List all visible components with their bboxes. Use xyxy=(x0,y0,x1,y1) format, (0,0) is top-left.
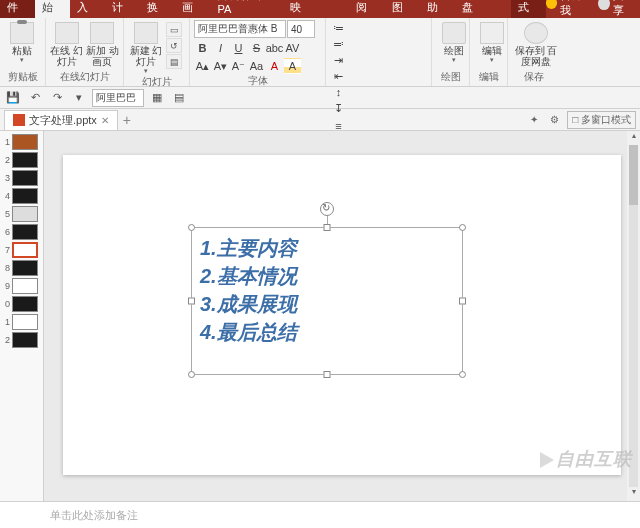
thumb[interactable] xyxy=(12,170,38,186)
resize-handle-s[interactable] xyxy=(324,371,331,378)
thumb-row[interactable]: 3 xyxy=(0,169,43,187)
resize-handle-n[interactable] xyxy=(324,224,331,231)
tab-design[interactable]: 设计 xyxy=(105,0,140,18)
thumb[interactable] xyxy=(12,134,38,150)
slide-canvas[interactable]: 1.主要内容2.基本情况3.成果展现4.最后总结 xyxy=(63,155,621,475)
tab-animation[interactable]: 动画 xyxy=(175,0,210,18)
tab-slideshow[interactable]: 幻灯片放映 xyxy=(283,0,350,18)
font-color-button[interactable]: A xyxy=(266,58,283,74)
thumb[interactable] xyxy=(12,332,38,348)
resize-handle-w[interactable] xyxy=(188,298,195,305)
thumb-row[interactable]: 9 xyxy=(0,277,43,295)
thumb-row[interactable]: 8 xyxy=(0,259,43,277)
tab-format[interactable]: 格式 xyxy=(511,0,546,18)
save-button[interactable]: 💾 xyxy=(4,90,22,106)
share-button[interactable]: 共享 xyxy=(598,0,634,18)
scroll-thumb[interactable] xyxy=(629,145,638,205)
paste-button[interactable]: 粘贴▾ xyxy=(4,20,40,64)
qat-grid-button[interactable]: ▦ xyxy=(148,90,166,106)
text-dir-button[interactable]: ↧ xyxy=(330,100,347,116)
multi-window-button[interactable]: □ 多窗口模式 xyxy=(567,111,636,129)
section-button[interactable]: ▤ xyxy=(166,54,182,69)
font-size-combo[interactable]: 40 xyxy=(287,20,315,38)
bullets-button[interactable]: ≔ xyxy=(330,20,347,36)
new-anim-button[interactable]: 新加 动画页 xyxy=(86,20,120,70)
strike-button[interactable]: S xyxy=(248,40,265,56)
thumb[interactable] xyxy=(12,314,38,330)
tab-baidu[interactable]: 百度网盘 xyxy=(455,0,511,18)
undo-button[interactable]: ↶ xyxy=(26,90,44,106)
tab-review[interactable]: 审阅 xyxy=(349,0,384,18)
thumb-row[interactable]: 1 xyxy=(0,313,43,331)
text-content[interactable]: 1.主要内容2.基本情况3.成果展现4.最后总结 xyxy=(192,228,462,352)
bold-button[interactable]: B xyxy=(194,40,211,56)
draw-button[interactable]: 绘图▾ xyxy=(436,20,472,64)
layout-button[interactable]: ▭ xyxy=(166,22,182,37)
thumb[interactable] xyxy=(12,278,38,294)
notes-pane[interactable]: 单击此处添加备注 xyxy=(0,501,640,528)
resize-handle-e[interactable] xyxy=(459,298,466,305)
tab-insert[interactable]: 插入 xyxy=(70,0,105,18)
thumb-row[interactable]: 5 xyxy=(0,205,43,223)
thumb-row[interactable]: 1 xyxy=(0,133,43,151)
clear-format-button[interactable]: A⁻ xyxy=(230,58,247,74)
new-slide-button[interactable]: 新建 幻灯片▾ xyxy=(128,20,164,75)
shadow-button[interactable]: abc xyxy=(266,40,283,56)
spacing-button[interactable]: AV xyxy=(284,40,301,56)
qat-cal-button[interactable]: ▤ xyxy=(170,90,188,106)
save-baidu-button[interactable]: 保存到 百度网盘 xyxy=(512,20,560,67)
indent-inc-button[interactable]: ⇥ xyxy=(330,52,347,68)
resize-handle-ne[interactable] xyxy=(459,224,466,231)
thumb[interactable] xyxy=(12,206,38,222)
thumb-row[interactable]: 0 xyxy=(0,295,43,313)
indent-dec-button[interactable]: ⇤ xyxy=(330,68,347,84)
edit-button[interactable]: 编辑▾ xyxy=(474,20,510,64)
gear-icon[interactable]: ⚙ xyxy=(547,113,561,127)
line-spacing-button[interactable]: ↕ xyxy=(330,84,347,100)
numbering-button[interactable]: ≕ xyxy=(330,36,347,52)
thumb-row[interactable]: 6 xyxy=(0,223,43,241)
highlight-button[interactable]: A xyxy=(284,58,301,74)
extension-icon[interactable]: ✦ xyxy=(527,113,541,127)
thumb[interactable] xyxy=(12,260,38,276)
tab-view[interactable]: 视图 xyxy=(385,0,420,18)
tab-pocket[interactable]: 口袋动画 PA xyxy=(210,0,282,18)
thumb-row[interactable]: 2 xyxy=(0,151,43,169)
thumb-row[interactable]: 2 xyxy=(0,331,43,349)
new-tab-button[interactable]: + xyxy=(118,112,136,128)
close-tab-icon[interactable]: ✕ xyxy=(101,115,109,126)
thumb-row[interactable]: 4 xyxy=(0,187,43,205)
online-slide-button[interactable]: 在线 幻灯片 xyxy=(50,20,84,70)
vertical-scrollbar[interactable]: ▴ ▾ xyxy=(627,131,640,501)
thumb[interactable] xyxy=(12,152,38,168)
thumb-row[interactable]: 7 xyxy=(0,241,43,259)
tell-me[interactable]: 告诉我 xyxy=(546,0,592,18)
text-box[interactable]: 1.主要内容2.基本情况3.成果展现4.最后总结 xyxy=(191,227,463,375)
underline-button[interactable]: U xyxy=(230,40,247,56)
thumb[interactable] xyxy=(12,296,38,312)
scroll-up-icon[interactable]: ▴ xyxy=(627,131,640,145)
thumb[interactable] xyxy=(12,224,38,240)
tab-transition[interactable]: 切换 xyxy=(140,0,175,18)
tab-home[interactable]: 开始 xyxy=(35,0,70,18)
resize-handle-nw[interactable] xyxy=(188,224,195,231)
redo-button[interactable]: ↷ xyxy=(48,90,66,106)
qat-font-combo[interactable]: 阿里巴巴 xyxy=(92,89,144,107)
qat-dd[interactable]: ▾ xyxy=(70,90,88,106)
thumb[interactable] xyxy=(12,188,38,204)
rotate-handle[interactable] xyxy=(320,202,334,216)
tab-file[interactable]: 文件 xyxy=(0,0,35,18)
font-name-combo[interactable]: 阿里巴巴普惠体 B xyxy=(194,20,286,38)
thumbnail-pane[interactable]: 123456789012 xyxy=(0,131,44,501)
shrink-font-button[interactable]: A▾ xyxy=(212,58,229,74)
grow-font-button[interactable]: A▴ xyxy=(194,58,211,74)
change-case-button[interactable]: Aa xyxy=(248,58,265,74)
tab-help[interactable]: 帮助 xyxy=(420,0,455,18)
thumb[interactable] xyxy=(12,242,38,258)
file-tab[interactable]: 文字处理.pptx ✕ xyxy=(4,110,118,130)
scroll-down-icon[interactable]: ▾ xyxy=(627,487,640,501)
reset-button[interactable]: ↺ xyxy=(166,38,182,53)
italic-button[interactable]: I xyxy=(212,40,229,56)
resize-handle-sw[interactable] xyxy=(188,371,195,378)
resize-handle-se[interactable] xyxy=(459,371,466,378)
